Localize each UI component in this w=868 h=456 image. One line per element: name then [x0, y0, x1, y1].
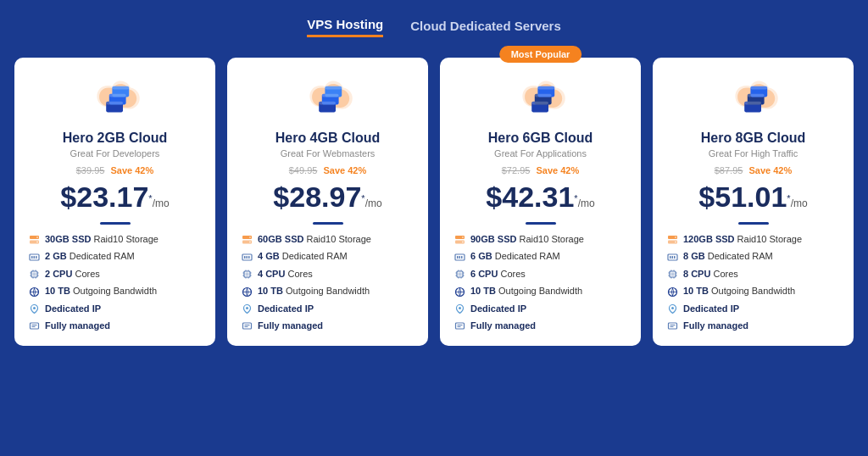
- price-amount: $28.97: [273, 181, 361, 213]
- feature-text: 10 TB Outgoing Bandwidth: [470, 285, 582, 298]
- svg-point-116: [671, 307, 674, 309]
- tab-cloud-dedicated-servers[interactable]: Cloud Dedicated Servers: [410, 19, 561, 36]
- feature-text: 2 CPU Cores: [45, 268, 100, 281]
- popular-badge: Most Popular: [499, 46, 582, 63]
- features-list: 120GB SSD Raid10 Storage 8 GB Dedicated …: [666, 233, 840, 332]
- feature-item: 4 CPU Cores: [241, 268, 415, 281]
- svg-rect-57: [242, 323, 251, 329]
- svg-point-38: [249, 236, 251, 238]
- strikethrough-price: $72.95: [502, 165, 531, 175]
- feature-text: 4 GB Dedicated RAM: [258, 250, 348, 263]
- feature-text: Dedicated IP: [683, 303, 739, 315]
- svg-point-69: [462, 241, 464, 242]
- feature-bold: 90GB SSD: [470, 234, 516, 244]
- plan-price: $23.17*/mo: [28, 181, 202, 214]
- plan-name: Hero 6GB Cloud: [453, 131, 627, 146]
- feature-bold: Fully managed: [470, 320, 536, 331]
- svg-rect-35: [319, 102, 336, 105]
- svg-point-9: [36, 241, 38, 242]
- feature-bold: 6 CPU: [470, 269, 498, 279]
- feature-item: 6 CPU Cores: [453, 268, 627, 281]
- svg-rect-94: [747, 94, 764, 97]
- per-mo: /mo: [791, 197, 808, 209]
- svg-rect-13: [36, 256, 37, 259]
- plan-tagline: Great For Developers: [28, 148, 202, 158]
- tab-bar: VPS HostingCloud Dedicated Servers: [307, 17, 561, 37]
- svg-point-56: [246, 307, 248, 309]
- plan-price: $28.97*/mo: [241, 181, 415, 214]
- feature-text: 10 TB Outgoing Bandwidth: [683, 285, 795, 298]
- plan-tagline: Great For High Traffic: [666, 148, 840, 158]
- feature-bold: Dedicated IP: [258, 303, 314, 314]
- feature-item: 10 TB Outgoing Bandwidth: [666, 285, 840, 298]
- feature-item: 6 GB Dedicated RAM: [453, 250, 627, 263]
- feature-text: Fully managed: [45, 320, 110, 332]
- feature-text: 6 GB Dedicated RAM: [470, 250, 560, 263]
- feature-item: 60GB SSD Raid10 Storage: [241, 233, 415, 246]
- svg-rect-105: [670, 273, 674, 276]
- feature-icon-bw: [666, 286, 678, 298]
- feature-icon-storage: [666, 234, 678, 246]
- svg-rect-95: [744, 102, 761, 105]
- feature-item: 90GB SSD Raid10 Storage: [453, 233, 627, 246]
- feature-bold: 6 GB: [470, 251, 492, 261]
- features-list: 60GB SSD Raid10 Storage 4 GB Dedicated R…: [241, 233, 415, 332]
- feature-icon-managed: [666, 320, 678, 332]
- svg-rect-65: [531, 102, 548, 105]
- original-price: $49.95 Save 42%: [241, 165, 415, 175]
- price-amount: $23.17: [60, 181, 148, 213]
- feature-icon-ram: [453, 251, 465, 263]
- features-list: 90GB SSD Raid10 Storage 6 GB Dedicated R…: [453, 233, 627, 332]
- svg-rect-71: [457, 256, 459, 259]
- feature-bold: 10 TB: [683, 286, 709, 296]
- original-price: $39.95 Save 42%: [28, 165, 202, 175]
- svg-rect-101: [670, 256, 671, 259]
- feature-text: 8 CPU Cores: [683, 268, 738, 281]
- plan-name: Hero 4GB Cloud: [241, 131, 415, 146]
- svg-rect-103: [674, 256, 676, 259]
- feature-text: 90GB SSD Raid10 Storage: [470, 233, 584, 246]
- feature-icon-ip: [28, 303, 40, 315]
- feature-item: Dedicated IP: [453, 303, 627, 315]
- tab-vps-hosting[interactable]: VPS Hosting: [307, 17, 383, 37]
- feature-text: 2 GB Dedicated RAM: [45, 250, 135, 263]
- price-divider: [313, 222, 343, 225]
- features-list: 30GB SSD Raid10 Storage 2 GB Dedicated R…: [28, 233, 202, 332]
- original-price: $87.95 Save 42%: [666, 165, 840, 175]
- strikethrough-price: $49.95: [289, 165, 318, 175]
- feature-icon-storage: [453, 234, 465, 246]
- svg-rect-3: [112, 86, 129, 90]
- svg-rect-102: [671, 256, 673, 259]
- feature-bold: 10 TB: [258, 286, 283, 296]
- svg-rect-34: [321, 94, 338, 97]
- feature-bold: Fully managed: [45, 320, 110, 331]
- feature-bold: 60GB SSD: [258, 234, 303, 244]
- feature-bold: 4 GB: [258, 251, 280, 261]
- feature-bold: 10 TB: [45, 286, 70, 296]
- feature-icon-bw: [241, 286, 253, 298]
- feature-icon-ip: [241, 303, 253, 315]
- plan-tagline: Great For Webmasters: [241, 148, 415, 158]
- svg-rect-64: [534, 94, 551, 97]
- plan-icon: [666, 78, 840, 122]
- price-amount: $51.01: [698, 181, 787, 213]
- feature-bold: 8 CPU: [683, 269, 710, 279]
- feature-text: Fully managed: [470, 320, 536, 332]
- save-label: Save 42%: [110, 165, 153, 175]
- feature-icon-cpu: [453, 269, 465, 281]
- feature-text: 6 CPU Cores: [470, 268, 526, 281]
- feature-text: 10 TB Outgoing Bandwidth: [45, 285, 157, 298]
- svg-rect-27: [30, 323, 38, 329]
- feature-icon-storage: [28, 234, 40, 246]
- feature-icon-ip: [453, 303, 465, 315]
- save-label: Save 42%: [748, 165, 792, 175]
- feature-icon-ip: [666, 303, 678, 315]
- feature-item: Fully managed: [241, 320, 415, 332]
- svg-rect-73: [461, 256, 463, 259]
- svg-rect-117: [668, 323, 676, 329]
- feature-bold: 10 TB: [470, 286, 496, 296]
- feature-bold: Dedicated IP: [470, 303, 526, 314]
- feature-item: Dedicated IP: [666, 303, 840, 315]
- plan-icon: [241, 78, 415, 122]
- svg-rect-45: [245, 273, 248, 276]
